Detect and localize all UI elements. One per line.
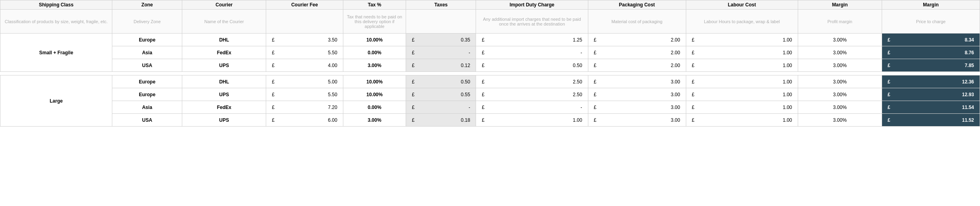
separator-cell bbox=[406, 72, 476, 75]
courier-fee-cell: £3.50 bbox=[266, 34, 343, 46]
separator-cell bbox=[798, 72, 882, 75]
margin-price-sym: £ bbox=[888, 37, 890, 43]
import-duty-cell: £1.25 bbox=[476, 34, 588, 46]
col-header-courier: Courier bbox=[182, 0, 266, 10]
taxes-sym: £ bbox=[412, 37, 414, 43]
packaging-cost-cell: £2.00 bbox=[588, 59, 686, 72]
separator-cell bbox=[882, 72, 980, 75]
labour-sym: £ bbox=[692, 50, 695, 55]
margin-price-cell: £11.52 bbox=[882, 114, 980, 127]
col-header-shipping-class: Shipping Class bbox=[0, 0, 112, 10]
margin-cell: 3.00% bbox=[798, 101, 882, 114]
taxes-sym: £ bbox=[412, 105, 414, 110]
courier-cell: DHL bbox=[182, 75, 266, 88]
courier-fee-val: 5.50 bbox=[328, 50, 337, 55]
col-header-packaging-cost: Packaging Cost bbox=[588, 0, 686, 10]
subheader-tax-pct: Tax that needs to be paid on this delive… bbox=[343, 10, 406, 34]
taxes-sym: £ bbox=[412, 63, 414, 68]
separator-cell bbox=[0, 72, 112, 75]
courier-fee-sym: £ bbox=[272, 79, 275, 85]
margin-price-sym: £ bbox=[888, 105, 890, 110]
subheader-import-duty: Any additional import charges that need … bbox=[476, 10, 588, 34]
margin-price-val: 11.54 bbox=[962, 105, 974, 110]
courier-fee-val: 6.00 bbox=[328, 117, 337, 123]
subheader-courier-fee bbox=[266, 10, 343, 34]
labour-cost-cell: £1.00 bbox=[686, 59, 798, 72]
courier-cell: UPS bbox=[182, 59, 266, 72]
packaging-val: 3.00 bbox=[671, 92, 680, 97]
margin-cell: 3.00% bbox=[798, 46, 882, 59]
packaging-val: 2.00 bbox=[671, 50, 680, 55]
courier-fee-cell: £7.20 bbox=[266, 101, 343, 114]
table-row: Small + FragileEuropeDHL£3.5010.00%£0.35… bbox=[0, 34, 980, 46]
import-duty-cell: £1.00 bbox=[476, 114, 588, 127]
packaging-sym: £ bbox=[594, 92, 597, 97]
packaging-cost-cell: £3.00 bbox=[588, 101, 686, 114]
tax-pct-cell: 10.00% bbox=[343, 75, 406, 88]
packaging-sym: £ bbox=[594, 79, 597, 85]
subheader-margin: Profit margin bbox=[798, 10, 882, 34]
shipping-class-cell: Large bbox=[0, 75, 112, 127]
labour-val: 1.00 bbox=[783, 105, 792, 110]
margin-price-sym: £ bbox=[888, 63, 890, 68]
margin-price-cell: £11.54 bbox=[882, 101, 980, 114]
labour-cost-cell: £1.00 bbox=[686, 88, 798, 101]
courier-fee-val: 4.00 bbox=[328, 63, 337, 68]
margin-price-val: 12.93 bbox=[962, 92, 974, 97]
import-sym: £ bbox=[482, 105, 484, 110]
taxes-cell: £0.55 bbox=[406, 88, 476, 101]
col-header-zone: Zone bbox=[112, 0, 182, 10]
margin-price-sym: £ bbox=[888, 79, 890, 85]
table-row: LargeEuropeDHL£5.0010.00%£0.50£2.50£3.00… bbox=[0, 75, 980, 88]
import-duty-cell: £2.50 bbox=[476, 75, 588, 88]
separator-cell bbox=[686, 72, 798, 75]
zone-cell: USA bbox=[112, 59, 182, 72]
courier-fee-sym: £ bbox=[272, 105, 275, 110]
labour-val: 1.00 bbox=[783, 50, 792, 55]
col-header-margin-price: Margin bbox=[882, 0, 980, 10]
margin-price-val: 7.85 bbox=[965, 63, 974, 68]
import-sym: £ bbox=[482, 50, 484, 55]
import-sym: £ bbox=[482, 92, 484, 97]
taxes-sym: £ bbox=[412, 50, 414, 55]
taxes-val: - bbox=[468, 50, 470, 55]
separator-cell bbox=[182, 72, 266, 75]
tax-pct-cell: 10.00% bbox=[343, 34, 406, 46]
import-sym: £ bbox=[482, 37, 484, 43]
courier-fee-cell: £5.50 bbox=[266, 46, 343, 59]
tax-pct-cell: 3.00% bbox=[343, 59, 406, 72]
col-header-tax-pct: Tax % bbox=[343, 0, 406, 10]
col-header-taxes: Taxes bbox=[406, 0, 476, 10]
courier-fee-val: 5.00 bbox=[328, 79, 337, 85]
packaging-val: 3.00 bbox=[671, 105, 680, 110]
col-header-margin: Margin bbox=[798, 0, 882, 10]
subheader-courier: Name of the Courier bbox=[182, 10, 266, 34]
zone-cell: Europe bbox=[112, 75, 182, 88]
courier-fee-sym: £ bbox=[272, 63, 275, 68]
labour-val: 1.00 bbox=[783, 79, 792, 85]
packaging-cost-cell: £2.00 bbox=[588, 34, 686, 46]
packaging-cost-cell: £3.00 bbox=[588, 88, 686, 101]
margin-cell: 3.00% bbox=[798, 75, 882, 88]
labour-sym: £ bbox=[692, 63, 695, 68]
packaging-sym: £ bbox=[594, 50, 597, 55]
courier-fee-sym: £ bbox=[272, 37, 275, 43]
taxes-cell: £0.18 bbox=[406, 114, 476, 127]
subheader-taxes bbox=[406, 10, 476, 34]
margin-price-val: 11.52 bbox=[962, 117, 974, 123]
courier-fee-sym: £ bbox=[272, 117, 275, 123]
zone-cell: Asia bbox=[112, 46, 182, 59]
taxes-val: 0.35 bbox=[461, 37, 470, 43]
labour-val: 1.00 bbox=[783, 92, 792, 97]
labour-cost-cell: £1.00 bbox=[686, 101, 798, 114]
zone-cell: USA bbox=[112, 114, 182, 127]
margin-price-sym: £ bbox=[888, 50, 890, 55]
courier-cell: FedEx bbox=[182, 101, 266, 114]
margin-cell: 3.00% bbox=[798, 114, 882, 127]
import-val: 1.25 bbox=[573, 37, 582, 43]
taxes-cell: £- bbox=[406, 101, 476, 114]
zone-cell: Europe bbox=[112, 88, 182, 101]
margin-cell: 3.00% bbox=[798, 59, 882, 72]
courier-fee-cell: £5.50 bbox=[266, 88, 343, 101]
courier-fee-sym: £ bbox=[272, 92, 275, 97]
